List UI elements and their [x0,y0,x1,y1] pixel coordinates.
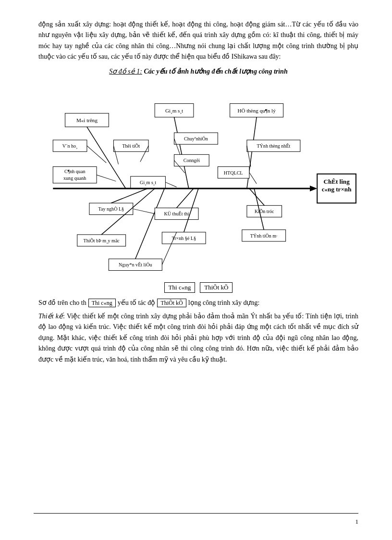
diagram-title: Sơ đồ sẻ 1: Các yếu tố ảnh hưởng đến chấ… [38,67,358,75]
thiet-ke-label: Thiết kế [38,313,63,320]
svg-text:Nguy*n vÊt liÖu: Nguy*n vÊt liÖu [119,262,152,267]
svg-text:ChÊt lîng: ChÊt lîng [323,177,350,185]
svg-text:TÝnh thèng nhÊt: TÝnh thèng nhÊt [257,143,290,149]
svg-marker-1 [310,186,317,191]
tbox2-inline: ThiÕt kÕ [157,299,186,307]
svg-text:Tr×nh §é L§: Tr×nh §é L§ [172,236,196,241]
svg-text:Gi¸m s¸t: Gi¸m s¸t [140,179,156,185]
svg-text:C¶nh quan: C¶nh quan [64,168,85,174]
ishikawa-diagram: ChÊt lîng c«ng tr×nh M«i trêng V¨n ho¸ T… [38,85,358,292]
thi-cong-box: Thi c«ng [164,282,196,293]
svg-line-48 [135,188,165,259]
svg-text:TÝnh tiÖn m·: TÝnh tiÖn m· [250,233,278,238]
svg-line-42 [111,188,147,203]
svg-line-39 [249,172,257,183]
svg-line-18 [97,175,116,181]
bottom-paragraph-2: Thiết kế: Việc thiết kế một công trình x… [38,311,358,365]
svg-text:Gi¸m s¸t: Gi¸m s¸t [165,107,184,113]
svg-line-58 [249,188,264,205]
thiet-ke-box: ThiÕt kÕ [200,282,233,293]
svg-text:Thêi tiÕt: Thêi tiÕt [122,143,140,149]
svg-text:ThiÕt bÞ m¸y mãc: ThiÕt bÞ m¸y mãc [84,238,120,244]
intro-paragraph: động sản xuất xây dựng: hoạt động thiết … [38,19,358,63]
bottom-paragraph-1: Sơ đồ trên cho thThi c«ngyếu tố tác độTh… [38,298,358,308]
ishikawa-svg: ChÊt lîng c«ng tr×nh M«i trêng V¨n ho¸ T… [38,85,358,292]
svg-line-51 [177,188,194,208]
svg-text:Tay nghÒ L§: Tay nghÒ L§ [98,206,124,212]
svg-line-55 [133,209,155,213]
svg-text:xung quanh: xung quanh [63,175,86,180]
svg-text:HTQLCL: HTQLCL [224,170,243,175]
diagram-label: Sơ đồ sẻ 1: [109,68,142,75]
diagram-main-title: Các yếu tố ảnh hưởng đến chất lượng công… [144,68,287,75]
svg-line-21 [174,117,189,188]
svg-text:M«i trêng: M«i trêng [76,117,98,123]
svg-text:Conngêi: Conngêi [184,158,200,163]
svg-text:HÖ thèng qu¶n lý: HÖ thèng qu¶n lý [237,107,276,113]
svg-text:c«ng tr×nh: c«ng tr×nh [322,186,352,193]
svg-text:V¨n ho¸: V¨n ho¸ [62,143,78,149]
page-number: 1 [355,518,359,526]
svg-text:KÜ thuÊt thi: KÜ thuÊt thi [164,211,189,216]
svg-line-30 [165,182,176,187]
thiet-ke-text: : Việc thiết kế một công trình xây dựng … [38,313,358,363]
page-bottom-line [34,513,358,514]
svg-line-10 [87,146,106,163]
svg-text:KiÕn tróc: KiÕn tróc [255,209,274,214]
tbox1-inline: Thi c«ng [88,299,116,307]
svg-text:ChuyªnhiÖn: ChuyªnhiÖn [184,136,208,141]
page: động sản xuất xây dựng: hoạt động thiết … [0,0,392,540]
